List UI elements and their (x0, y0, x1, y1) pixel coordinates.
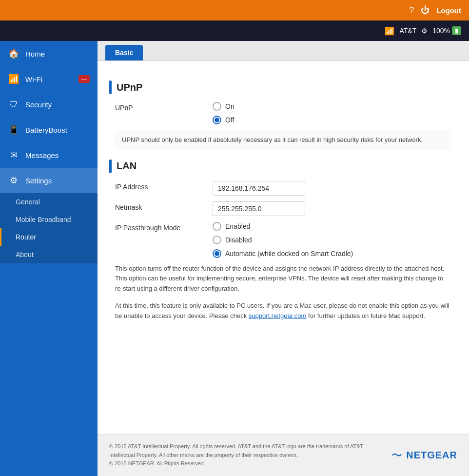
sidebar-security-label: Security (25, 100, 52, 109)
enabled-radio-circle (213, 222, 221, 231)
footer-logo: 〜 NETGEAR (391, 448, 457, 463)
disabled-radio-circle (213, 236, 221, 244)
section-bar-upnp (109, 80, 112, 94)
footer-copyright2: © 2015 NETGEAR. All Rights Reserved (109, 459, 372, 468)
sidebar-item-wifi[interactable]: 📶 Wi-Fi — (0, 66, 98, 92)
passthrough-disabled-radio[interactable]: Disabled (213, 236, 353, 244)
sub-nav-router[interactable]: Router (0, 228, 98, 246)
messages-icon: ✉ (8, 149, 20, 161)
ip-address-row: IP Address (109, 181, 457, 196)
netgear-logo-text: NETGEAR (406, 450, 457, 461)
battery-icon: ▮ (452, 26, 461, 35)
settings-gear-icon: ⚙ (8, 175, 20, 186)
netmask-label: Netmask (115, 201, 213, 211)
power-icon[interactable]: ⏻ (421, 5, 430, 16)
sidebar-messages-label: Messages (25, 151, 59, 159)
upnp-controls: On Off (213, 102, 234, 124)
top-bar: ? ⏻ Logout (0, 0, 469, 20)
battery-boost-icon: 📱 (8, 124, 20, 136)
ip-passthrough-controls: Enabled Disabled Automatic (while docked… (213, 222, 353, 258)
main-layout: 🏠 Home 📶 Wi-Fi — 🛡 Security 📱 BatteryBoo… (0, 41, 469, 476)
sidebar-batteryboost-label: BatteryBoost (25, 126, 67, 134)
content-area: UPnP UPnP On Off UPNP should only be ena… (98, 61, 469, 434)
footer: © 2015 AT&T Intellectual Property. All r… (98, 434, 469, 476)
automatic-label: Automatic (while docked on Smart Cradle) (225, 250, 353, 258)
ip-address-input[interactable] (213, 181, 305, 196)
tab-bar: Basic (98, 41, 469, 61)
ip-passthrough-row: IP Passthrough Mode Enabled Disabled Aut… (109, 222, 457, 258)
battery-container: 100% ▮ (432, 26, 461, 35)
battery-percent: 100% (432, 27, 450, 35)
upnp-off-radio[interactable]: Off (213, 116, 234, 124)
description-2-text-after: for further updates on future Mac suppor… (306, 312, 425, 319)
signal-icon: 📶 (385, 26, 394, 36)
section-bar-lan (109, 159, 112, 173)
sidebar-settings-label: Settings (25, 177, 52, 185)
wifi-badge: — (78, 75, 90, 83)
lan-section-header: LAN (109, 159, 457, 173)
upnp-section-header: UPnP (109, 80, 457, 94)
sidebar-item-security[interactable]: 🛡 Security (0, 92, 98, 117)
lan-section-title: LAN (117, 160, 137, 172)
ip-address-label: IP Address (115, 181, 213, 191)
tab-basic[interactable]: Basic (105, 45, 143, 60)
logout-button[interactable]: Logout (436, 6, 461, 15)
shield-icon: 🛡 (8, 99, 20, 110)
upnp-off-radio-circle (213, 116, 221, 124)
ip-passthrough-label: IP Passthrough Mode (115, 222, 213, 232)
sidebar: 🏠 Home 📶 Wi-Fi — 🛡 Security 📱 BatteryBoo… (0, 41, 98, 476)
description-1: This option turns off the router functio… (115, 264, 451, 294)
footer-text: © 2015 AT&T Intellectual Property. All r… (109, 442, 372, 468)
sidebar-item-batteryboost[interactable]: 📱 BatteryBoost (0, 117, 98, 142)
status-bar: 📶 AT&T ⚙ 100% ▮ (0, 20, 469, 41)
sub-nav-mobile-broadband[interactable]: Mobile Broadband (0, 211, 98, 228)
upnp-row: UPnP On Off (109, 102, 457, 124)
carrier-label: AT&T (399, 27, 416, 35)
upnp-on-label: On (225, 102, 234, 110)
netgear-support-link[interactable]: support.netgear.com (249, 312, 307, 319)
automatic-radio-circle (213, 249, 221, 258)
footer-copyright1: © 2015 AT&T Intellectual Property. All r… (109, 442, 372, 459)
netgear-wave-icon: 〜 (391, 448, 402, 463)
sidebar-item-settings[interactable]: ⚙ Settings (0, 168, 98, 193)
settings-icon: ⚙ (421, 27, 428, 35)
netmask-row: Netmask (109, 201, 457, 216)
upnp-info: UPNP should only be enabled if absolutel… (115, 130, 451, 150)
upnp-off-label: Off (225, 116, 234, 124)
main-content: Basic UPnP UPnP On Off (98, 41, 469, 476)
sidebar-wifi-label: Wi-Fi (25, 75, 42, 83)
description-2: At this time, this feature is only avail… (115, 301, 451, 321)
enabled-label: Enabled (225, 222, 250, 230)
help-icon[interactable]: ? (409, 5, 414, 16)
passthrough-enabled-radio[interactable]: Enabled (213, 222, 353, 231)
wifi-icon: 📶 (8, 73, 20, 85)
passthrough-automatic-radio[interactable]: Automatic (while docked on Smart Cradle) (213, 249, 353, 258)
netmask-input[interactable] (213, 201, 305, 216)
sub-nav-general[interactable]: General (0, 193, 98, 211)
sidebar-item-home[interactable]: 🏠 Home (0, 41, 98, 66)
upnp-on-radio-circle (213, 102, 221, 111)
disabled-label: Disabled (225, 236, 252, 244)
home-icon: 🏠 (8, 48, 20, 60)
upnp-label: UPnP (115, 102, 213, 112)
sidebar-home-label: Home (25, 50, 45, 58)
sub-nav: General Mobile Broadband Router About (0, 193, 98, 263)
upnp-section-title: UPnP (117, 82, 142, 93)
sidebar-item-messages[interactable]: ✉ Messages (0, 142, 98, 168)
upnp-on-radio[interactable]: On (213, 102, 234, 111)
top-bar-icons: ? ⏻ Logout (409, 5, 461, 16)
sub-nav-about[interactable]: About (0, 246, 98, 263)
